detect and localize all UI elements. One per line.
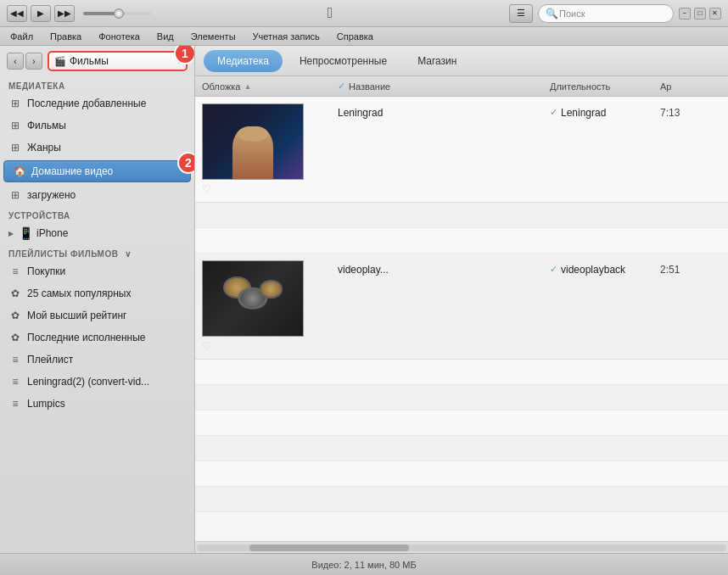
- search-box[interactable]: 🔍 Поиск: [538, 4, 674, 23]
- library-dropdown[interactable]: 🎬 Фильмы ▼: [48, 51, 188, 71]
- window-controls: − □ ✕: [679, 8, 721, 20]
- menu-items[interactable]: Элементы: [188, 31, 239, 42]
- sidebar-item-recent[interactable]: ⊞ Последние добавленные: [0, 92, 194, 114]
- th-duration-label: Длительность: [550, 81, 610, 92]
- empty-row: [195, 228, 728, 254]
- sidebar-item-toprated[interactable]: ✿ Мой высший рейтинг: [0, 304, 194, 327]
- play-button[interactable]: ▶: [31, 5, 51, 22]
- sidebar-item-downloaded[interactable]: ⊞ загружено: [0, 184, 194, 206]
- sidebar-item-lumpics[interactable]: ≡ Lumpics: [0, 393, 194, 415]
- sidebar-item-genres[interactable]: ⊞ Жанры: [0, 137, 194, 159]
- toprated-icon: ✿: [8, 310, 22, 321]
- sidebar-item-top25[interactable]: ✿ 25 самых популярных: [0, 282, 194, 304]
- sidebar-item-recent-label: Последние добавленные: [27, 98, 146, 109]
- movies-icon: ⊞: [8, 120, 22, 131]
- sidebar-item-home-video[interactable]: 🏠 Домашние видео: [3, 160, 191, 182]
- search-icon: 🔍: [546, 8, 558, 20]
- menu-file[interactable]: Файл: [7, 31, 36, 42]
- menu-account[interactable]: Учетная запись: [249, 31, 323, 42]
- empty-row: [195, 410, 728, 436]
- empty-row: [195, 360, 728, 385]
- th-artist: Ар: [657, 81, 725, 92]
- title-bar: ◀◀ ▶ ▶▶  ☰ 🔍 Поиск − □ ✕: [0, 0, 728, 27]
- sidebar-item-iphone-label: iPhone: [36, 227, 68, 239]
- devices-section-label: Устройства: [0, 206, 194, 222]
- sidebar-item-recentplay[interactable]: ✿ Последние исполненные: [0, 327, 194, 349]
- sidebar-item-playlist[interactable]: ≡ Плейлист: [0, 349, 194, 371]
- movie-thumbnail-leningrad[interactable]: [202, 103, 304, 180]
- lumpics-icon: ≡: [8, 398, 22, 410]
- recent-icon: ⊞: [8, 98, 22, 109]
- active-item-wrap: 🏠 Домашние видео 2: [0, 160, 194, 182]
- annotation-badge-2: 2: [177, 152, 195, 174]
- sidebar-item-iphone[interactable]: ▶ 📱 iPhone: [0, 222, 194, 244]
- nav-fwd-button[interactable]: ›: [25, 53, 42, 70]
- playlists-section-label: Плейлисты фильмов ∨: [0, 244, 194, 260]
- th-name-label: Название: [349, 81, 390, 92]
- volume-slider[interactable]: [83, 12, 151, 15]
- title-bar-right: ☰ 🔍 Поиск − □ ✕: [509, 4, 721, 23]
- sidebar-item-downloaded-label: загружено: [27, 189, 76, 201]
- sidebar-item-genres-label: Жанры: [27, 142, 61, 154]
- maximize-button[interactable]: □: [694, 8, 706, 20]
- menu-edit[interactable]: Правка: [47, 31, 85, 42]
- movie-thumbnail-video[interactable]: [202, 260, 304, 337]
- sidebar-top: ‹ › 🎬 Фильмы ▼ 1: [0, 46, 194, 76]
- title-bar-center: : [328, 4, 333, 22]
- sidebar-item-movies[interactable]: ⊞ Фильмы: [0, 114, 194, 137]
- downloaded-icon: ⊞: [8, 189, 22, 201]
- content-area: Медиатека Непросмотренные Магазин Обложк…: [195, 46, 728, 553]
- tab-unwatched[interactable]: Непросмотренные: [286, 50, 400, 72]
- empty-row: [195, 385, 728, 410]
- menu-help[interactable]: Справка: [333, 31, 377, 42]
- menu-library[interactable]: Фонотека: [95, 31, 143, 42]
- th-check-icon: ✓: [338, 81, 345, 92]
- empty-row: [195, 487, 728, 512]
- movie-check-icon-2: ✓: [550, 264, 557, 275]
- tabs-bar: Медиатека Непросмотренные Магазин: [195, 46, 728, 76]
- movie-name-label: Leningrad: [338, 107, 383, 119]
- table-row: ♡ Leningrad ✓ Leningrad 7:13: [195, 97, 728, 203]
- sidebar-item-movies-label: Фильмы: [27, 120, 66, 131]
- tab-library[interactable]: Медиатека: [204, 50, 283, 72]
- heart-icon-2[interactable]: ♡: [202, 340, 211, 352]
- status-bar: Видео: 2, 11 мин, 80 МБ: [0, 553, 728, 575]
- horizontal-scrollbar[interactable]: [195, 541, 728, 553]
- close-button[interactable]: ✕: [709, 8, 721, 20]
- movie-title: ✓ Leningrad: [546, 100, 657, 126]
- sidebar-item-purchases[interactable]: ≡ Покупки: [0, 260, 194, 282]
- top25-icon: ✿: [8, 288, 22, 299]
- movie-name: Leningrad: [334, 100, 546, 126]
- table-content: ♡ Leningrad ✓ Leningrad 7:13: [195, 97, 728, 512]
- apple-logo-icon: : [328, 4, 333, 22]
- tab-store[interactable]: Магазин: [404, 50, 470, 72]
- prev-button[interactable]: ◀◀: [7, 5, 27, 22]
- heart-icon[interactable]: ♡: [202, 183, 211, 195]
- recentplay-icon: ✿: [8, 332, 22, 343]
- scrollbar-thumb[interactable]: [249, 544, 408, 551]
- movie-name-2: videoplay...: [334, 257, 546, 282]
- sidebar-dropdown-wrap: 🎬 Фильмы ▼ 1: [48, 51, 188, 71]
- th-name: ✓ Название: [334, 81, 546, 92]
- drum-center: [238, 288, 267, 310]
- sidebar-item-leningrad2[interactable]: ≡ Leningrad(2) (convert-vid...: [0, 371, 194, 393]
- th-cover: Обложка ▲: [199, 81, 334, 92]
- movie-title-2: ✓ videoplayback: [546, 257, 657, 282]
- minimize-button[interactable]: −: [679, 8, 691, 20]
- volume-thumb: [114, 8, 124, 19]
- cover-cell: ♡: [199, 100, 334, 198]
- movie-duration-label: 7:13: [660, 107, 680, 119]
- cover-cell-2: ♡: [199, 257, 334, 355]
- sidebar-item-playlist-label: Плейлист: [27, 354, 73, 366]
- sidebar-item-home-video-label: Домашние видео: [31, 165, 113, 177]
- list-view-button[interactable]: ☰: [509, 4, 533, 23]
- iphone-device-icon: 📱: [19, 226, 33, 240]
- nav-back-button[interactable]: ‹: [7, 53, 24, 70]
- table-header: Обложка ▲ ✓ Название Длительность Ар: [195, 76, 728, 97]
- leningrad2-icon: ≡: [8, 376, 22, 388]
- purchases-icon: ≡: [8, 265, 22, 277]
- next-button[interactable]: ▶▶: [54, 5, 75, 22]
- scrollbar-track: [197, 544, 726, 551]
- sidebar: ‹ › 🎬 Фильмы ▼ 1 Медиатека ⊞ Последние д…: [0, 46, 195, 553]
- menu-view[interactable]: Вид: [154, 31, 177, 42]
